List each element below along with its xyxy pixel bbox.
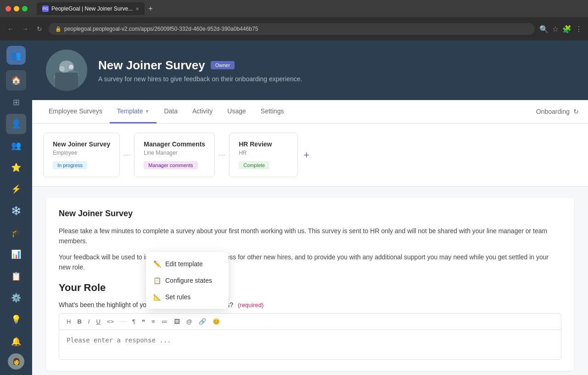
- sidebar-item-okr[interactable]: ❄️: [6, 201, 26, 221]
- underline-button[interactable]: U: [94, 317, 102, 326]
- code-button[interactable]: <>: [105, 317, 116, 326]
- sidebar-item-users[interactable]: 👤: [6, 114, 26, 134]
- forward-button[interactable]: →: [20, 23, 30, 34]
- dropdown-item-configure-states[interactable]: 📋 Configure states: [146, 272, 229, 289]
- stage-role-3: HR: [239, 150, 288, 156]
- set-rules-label: Set rules: [165, 293, 190, 301]
- menu-icon[interactable]: ⋮: [575, 25, 582, 34]
- survey-avatar-image: [46, 50, 87, 91]
- chevron-down-icon: ▼: [145, 109, 150, 114]
- tab-usage[interactable]: Usage: [220, 100, 253, 123]
- tab-data[interactable]: Data: [157, 100, 185, 123]
- bookmark-icon[interactable]: ☆: [552, 25, 559, 34]
- graduation-icon: 🎓: [11, 228, 21, 238]
- sidebar-item-notifications[interactable]: 🔔: [6, 331, 26, 351]
- owner-badge: Owner: [211, 61, 235, 69]
- tab-favicon: PG: [42, 6, 49, 12]
- home-icon: 🏠: [11, 75, 21, 85]
- search-icon[interactable]: 🔍: [539, 25, 549, 34]
- stage-card-new-joiner[interactable]: New Joiner Survey Employee In progress: [43, 133, 120, 177]
- tab-employee-surveys[interactable]: Employee Surveys: [41, 100, 110, 123]
- stage-name-2: Manager Comments: [144, 140, 205, 148]
- sidebar-item-goals[interactable]: ⭐: [6, 157, 26, 177]
- url-text: peoplegoal.peoplegoal-v2.com/apps/26009f…: [64, 26, 258, 32]
- bullet-list-button[interactable]: ≡: [150, 317, 157, 326]
- back-button[interactable]: ←: [6, 23, 16, 34]
- edit-icon: ✏️: [153, 260, 161, 268]
- extensions-icon[interactable]: 🧩: [562, 25, 571, 34]
- minimize-button[interactable]: [14, 6, 19, 11]
- gear-icon: ⚙️: [11, 293, 21, 303]
- refresh-button[interactable]: ↻: [35, 23, 44, 34]
- separator-1: —: [119, 317, 127, 325]
- app-header: New Joiner Survey Owner A survey for new…: [32, 40, 588, 100]
- content-area: New Joiner Survey Employee In progress ·…: [32, 123, 588, 375]
- nav-right-onboarding[interactable]: Onboarding ↻: [536, 108, 579, 115]
- survey-section: New Joiner Survey Please take a few minu…: [46, 198, 574, 371]
- stage-badge-1: In progress: [53, 161, 87, 169]
- address-bar[interactable]: 🔒 peoplegoal.peoplegoal-v2.com/apps/2600…: [49, 23, 535, 35]
- chart-icon: 📊: [11, 249, 21, 259]
- snowflake-icon: ❄️: [11, 206, 21, 216]
- browser-chrome: PG PeopleGoal | New Joiner Surve... ✕ + …: [0, 0, 588, 40]
- add-stage-button[interactable]: +: [298, 149, 315, 161]
- survey-title: New Joiner Survey: [98, 58, 205, 73]
- link-button[interactable]: 🔗: [197, 317, 208, 326]
- stage-card-manager[interactable]: Manager Comments Line Manager Manager co…: [134, 133, 215, 177]
- tab-activity[interactable]: Activity: [185, 100, 220, 123]
- survey-description-1: Please take a few minutes to complete a …: [59, 226, 561, 246]
- main-content: New Joiner Survey Owner A survey for new…: [32, 40, 588, 375]
- stage-role-2: Line Manager: [144, 150, 205, 156]
- tab-close-icon[interactable]: ✕: [135, 6, 139, 11]
- stage-badge-3: Complete: [239, 161, 269, 169]
- survey-role-section: Your Role: [59, 282, 561, 294]
- mention-button[interactable]: @: [185, 317, 194, 326]
- sidebar-item-tips[interactable]: 💡: [6, 310, 26, 330]
- sidebar-item-reports[interactable]: 📋: [6, 266, 26, 286]
- dropdown-item-edit-template[interactable]: ✏️ Edit template: [146, 256, 229, 272]
- dropdown-item-set-rules[interactable]: 📐 Set rules: [146, 289, 229, 305]
- survey-avatar: [46, 50, 87, 91]
- stages-row: New Joiner Survey Employee In progress ·…: [32, 123, 588, 187]
- image-button[interactable]: 🖼: [172, 317, 182, 326]
- sidebar-item-apps[interactable]: ⊞: [6, 92, 26, 112]
- stage-card-hr[interactable]: HR Review HR Complete: [229, 133, 298, 177]
- svg-rect-4: [55, 73, 78, 91]
- question-1-label: What's been the highlight of your first …: [59, 301, 561, 308]
- response-input-1[interactable]: [59, 330, 561, 358]
- sidebar-item-home[interactable]: 🏠: [6, 70, 26, 90]
- tab-label-employee-surveys: Employee Surveys: [49, 107, 102, 115]
- sidebar-item-settings[interactable]: ⚙️: [6, 288, 26, 308]
- survey-section-title: New Joiner Survey: [59, 209, 561, 218]
- sidebar-item-performance[interactable]: ⚡: [6, 179, 26, 199]
- tab-template[interactable]: Template ▼: [110, 100, 157, 123]
- stage-dots-1: ···: [120, 150, 134, 160]
- editor-toolbar: H B I U <> — ¶ ❝ ≡ ≔ 🖼 @ 🔗: [59, 313, 561, 330]
- emoji-button[interactable]: 😊: [211, 317, 222, 326]
- svg-point-6: [69, 65, 73, 69]
- apps-icon: ⊞: [13, 97, 20, 107]
- sidebar-item-team[interactable]: 👥: [6, 136, 26, 156]
- bold-button[interactable]: B: [75, 317, 83, 326]
- bell-icon: 🔔: [11, 336, 21, 347]
- numbered-list-button[interactable]: ≔: [160, 317, 169, 326]
- header-title-row: New Joiner Survey Owner: [98, 58, 574, 73]
- sidebar-item-learning[interactable]: 🎓: [6, 223, 26, 242]
- user-avatar[interactable]: 👩: [8, 353, 24, 370]
- stage-name-3: HR Review: [239, 140, 288, 148]
- tab-settings[interactable]: Settings: [253, 100, 291, 123]
- app-logo[interactable]: 👥: [6, 46, 26, 65]
- refresh-icon: ↻: [573, 108, 579, 115]
- paragraph-button[interactable]: ¶: [130, 317, 137, 326]
- tab-bar: PG PeopleGoal | New Joiner Surve... ✕ +: [37, 2, 582, 15]
- tab-label-usage: Usage: [227, 107, 246, 115]
- sidebar-item-analytics[interactable]: 📊: [6, 245, 26, 264]
- blockquote-button[interactable]: ❝: [140, 317, 147, 326]
- survey-description-2: Your feedback will be used to improve ou…: [59, 252, 561, 273]
- italic-button[interactable]: I: [86, 317, 92, 326]
- heading-button[interactable]: H: [65, 317, 73, 326]
- new-tab-button[interactable]: +: [148, 5, 152, 13]
- close-button[interactable]: [6, 6, 11, 11]
- maximize-button[interactable]: [22, 6, 28, 11]
- active-tab[interactable]: PG PeopleGoal | New Joiner Surve... ✕: [37, 2, 145, 15]
